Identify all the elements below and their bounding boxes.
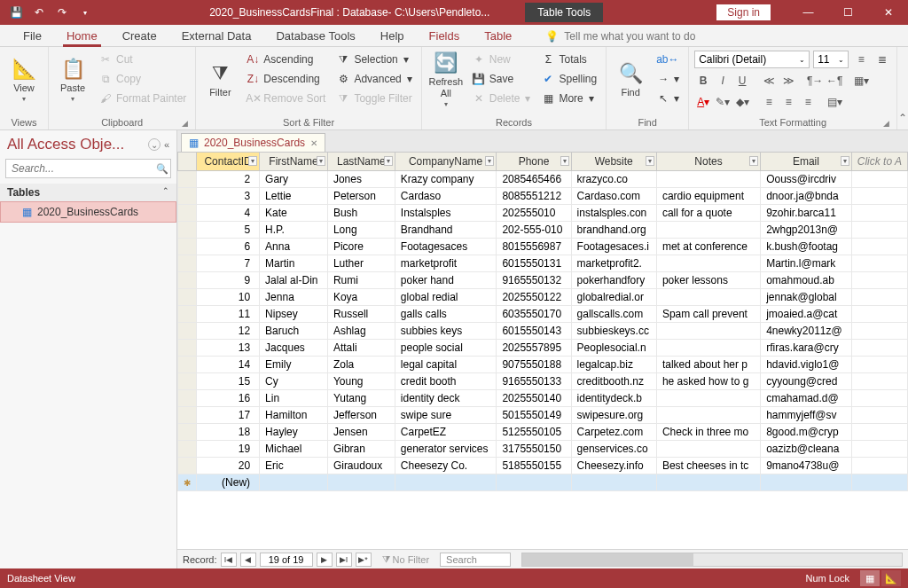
save-icon[interactable]: 💾 xyxy=(5,3,27,22)
cell[interactable]: Long xyxy=(327,222,395,239)
cell[interactable]: 5 xyxy=(197,222,260,239)
cell[interactable]: Brandhand xyxy=(395,222,497,239)
replace-button[interactable]: ab↔ xyxy=(653,51,683,68)
scroll-thumb[interactable] xyxy=(522,553,693,566)
cell[interactable] xyxy=(656,323,760,340)
cell[interactable]: creditbooth.nz xyxy=(571,373,656,390)
highlight-button[interactable]: ✎▾ xyxy=(714,93,732,111)
cell[interactable]: Luther xyxy=(327,255,395,272)
cell[interactable]: Picore xyxy=(327,239,395,255)
cell[interactable]: talked about her p xyxy=(656,357,760,373)
cell[interactable]: gallscalls.com xyxy=(571,306,656,323)
record-search[interactable]: Search xyxy=(440,553,511,567)
cell[interactable]: dnoor.ja@bnda xyxy=(761,188,852,205)
cell[interactable]: identity deck xyxy=(395,390,497,407)
tab-external-data[interactable]: External Data xyxy=(169,26,264,46)
nav-category-tables[interactable]: Tables ⌃ xyxy=(0,184,176,201)
cell[interactable]: brandhand.org xyxy=(571,222,656,239)
italic-button[interactable]: I xyxy=(714,72,732,90)
table-row[interactable]: 2GaryJonesKrazy company2085465466krazyco… xyxy=(178,171,908,188)
cell[interactable]: poker hand xyxy=(395,272,497,289)
cell[interactable]: swipesure.org xyxy=(571,407,656,424)
select-button[interactable]: ↖▾ xyxy=(653,90,683,107)
cell[interactable] xyxy=(656,474,760,491)
cell[interactable]: 9075550188 xyxy=(497,357,571,373)
cell[interactable]: Baruch xyxy=(260,323,328,340)
cell[interactable] xyxy=(851,441,907,458)
filter-indicator[interactable]: ⧩No Filter xyxy=(382,553,430,565)
row-selector[interactable] xyxy=(178,390,197,407)
column-header-notes[interactable]: Notes▾ xyxy=(656,153,760,171)
cell[interactable]: legal capital xyxy=(395,357,497,373)
cell[interactable]: Jacques xyxy=(260,340,328,357)
cell[interactable]: Peoplesocial.n xyxy=(571,340,656,357)
cell[interactable]: k.bush@footag xyxy=(761,239,852,255)
cell[interactable]: Young xyxy=(327,373,395,390)
cell[interactable]: 2 xyxy=(197,171,260,188)
cell[interactable]: pokerhandfory xyxy=(571,272,656,289)
cell[interactable]: Carpetez.com xyxy=(571,424,656,441)
cell[interactable]: 2025557895 xyxy=(497,340,571,357)
cell[interactable]: Best cheeses in tc xyxy=(656,458,760,474)
cell[interactable]: 8good.m@cryp xyxy=(761,424,852,441)
cell[interactable]: Cardaso.com xyxy=(571,188,656,205)
cell[interactable] xyxy=(571,474,656,491)
font-size-select[interactable]: 11⌄ xyxy=(813,51,849,68)
cell[interactable] xyxy=(851,474,907,491)
cell[interactable]: marketprofit2. xyxy=(571,255,656,272)
design-view-button[interactable]: 📐 xyxy=(881,570,901,586)
cell[interactable]: Oouss@ircdriv xyxy=(761,171,852,188)
cell[interactable]: Zola xyxy=(327,357,395,373)
table-row[interactable]: 17HamiltonJeffersonswipe sure5015550149s… xyxy=(178,407,908,424)
cell[interactable]: Ashlag xyxy=(327,323,395,340)
cell[interactable] xyxy=(851,390,907,407)
cell[interactable]: Cheesezy.info xyxy=(571,458,656,474)
toggle-filter-button[interactable]: ⧩Toggle Filter xyxy=(333,90,415,107)
cell[interactable]: Peterson xyxy=(327,188,395,205)
cell[interactable]: 8015556987 xyxy=(497,239,571,255)
row-selector[interactable] xyxy=(178,373,197,390)
filter-button[interactable]: ⧩Filter xyxy=(201,51,239,109)
cell[interactable] xyxy=(851,289,907,306)
align-left-button[interactable]: ≡ xyxy=(760,93,778,111)
nav-object-businesscards[interactable]: ▦ 2020_BusinessCards xyxy=(0,201,176,223)
cell[interactable]: 9zohir.barca11 xyxy=(761,205,852,222)
cell[interactable]: Check in three mo xyxy=(656,424,760,441)
cell[interactable]: 6015550131 xyxy=(497,255,571,272)
align-center-button[interactable]: ≡ xyxy=(779,93,797,111)
cell[interactable]: Kate xyxy=(260,205,328,222)
row-selector[interactable] xyxy=(178,188,197,205)
cell[interactable]: Koya xyxy=(327,289,395,306)
cell[interactable] xyxy=(851,407,907,424)
row-selector[interactable] xyxy=(178,306,197,323)
cell[interactable]: Rumi xyxy=(327,272,395,289)
descending-button[interactable]: Z↓Descending xyxy=(242,70,329,88)
bullets-icon[interactable]: ≡ xyxy=(852,51,870,68)
cell[interactable]: poker lessons xyxy=(656,272,760,289)
cell[interactable]: people social xyxy=(395,340,497,357)
nav-collapse-icon[interactable]: « xyxy=(164,139,169,150)
font-select[interactable]: Calibri (Detail)⌄ xyxy=(694,51,810,68)
row-selector[interactable] xyxy=(178,171,197,188)
column-dropdown-icon[interactable]: ▾ xyxy=(749,156,758,166)
tab-file[interactable]: File xyxy=(11,26,54,46)
cell[interactable] xyxy=(656,171,760,188)
cell[interactable]: subbies keys xyxy=(395,323,497,340)
cell[interactable]: 4newky2011z@ xyxy=(761,323,852,340)
new-record-button[interactable]: ✦New xyxy=(468,51,535,68)
table-row[interactable]: 10JennaKoyaglobal redial2025550122global… xyxy=(178,289,908,306)
cell[interactable]: 9mano4738u@ xyxy=(761,458,852,474)
cell[interactable] xyxy=(851,255,907,272)
cell[interactable] xyxy=(395,474,497,491)
underline-button[interactable]: U xyxy=(733,72,751,90)
cell[interactable]: (New) xyxy=(197,474,260,491)
cell[interactable] xyxy=(656,340,760,357)
cell[interactable]: hdavid.viglo1@ xyxy=(761,357,852,373)
cell[interactable]: 2whgp2013n@ xyxy=(761,222,852,239)
cell[interactable]: Jensen xyxy=(327,424,395,441)
cell[interactable]: 15 xyxy=(197,373,260,390)
row-selector[interactable] xyxy=(178,222,197,239)
ascending-button[interactable]: A↓Ascending xyxy=(242,51,329,68)
cell[interactable]: 4 xyxy=(197,205,260,222)
close-button[interactable]: ✕ xyxy=(868,0,908,25)
